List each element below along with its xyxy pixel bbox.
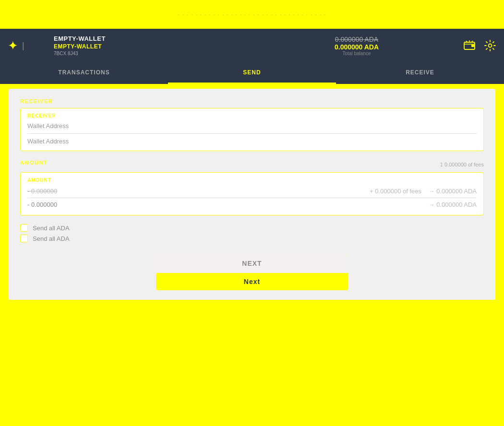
- logo-icon: ✦: [8, 38, 18, 53]
- wallet-name-secondary: EMPTY-WALLET: [54, 43, 251, 50]
- wallet-address-short: 7BCX 8J43: [54, 51, 251, 56]
- amount-section-label: AMOUNT: [20, 160, 48, 166]
- tab-transactions[interactable]: TRANSACTIONS: [0, 62, 168, 84]
- amount-row-1: - 0.000000 + 0.000000 of fees → 0.000000…: [27, 186, 477, 197]
- amount-header: AMOUNT 1 0.000000 of fees: [20, 160, 484, 169]
- wallet-balance-area: 0.000000 ADA 0.000000 ADA Total balance: [258, 36, 455, 56]
- logo-area: ✦ |: [8, 38, 46, 53]
- navbar: ✦ | EMPTY-WALLET EMPTY-WALLET 7BCX 8J43 …: [0, 29, 504, 62]
- next-button-bottom[interactable]: Next: [156, 273, 348, 290]
- top-banner: · · · · · · · · · · · · · · · · · · · · …: [0, 0, 504, 29]
- amount-right-2: → 0.000000 ADA: [429, 201, 477, 208]
- wallet-name-row: EMPTY-WALLET EMPTY-WALLET 7BCX 8J43: [54, 35, 251, 56]
- send-all-checkbox-1[interactable]: [20, 224, 28, 232]
- amount-right-1: + 0.000000 of fees → 0.000000 ADA: [370, 188, 477, 195]
- action-area: NEXT Next: [20, 254, 484, 290]
- top-banner-text: · · · · · · · · · · · · · · · · · · · · …: [178, 11, 326, 18]
- send-all-label-1[interactable]: Send all ADA: [33, 225, 70, 232]
- balance-secondary: 0.000000 ADA: [335, 43, 379, 51]
- next-button-top[interactable]: NEXT: [156, 254, 348, 273]
- wallet-info: EMPTY-WALLET EMPTY-WALLET 7BCX 8J43: [54, 35, 251, 56]
- amount-box: AMOUNT - 0.000000 + 0.000000 of fees → 0…: [20, 172, 484, 215]
- receiver-section-label: RECEIVER: [20, 98, 484, 104]
- navbar-icons: [463, 39, 496, 52]
- amount-fee-hint: 1 0.000000 of fees: [440, 162, 484, 167]
- action-button-container: NEXT Next: [156, 254, 348, 290]
- svg-point-6: [489, 44, 492, 47]
- amount-section: AMOUNT 1 0.000000 of fees AMOUNT - 0.000…: [20, 160, 484, 215]
- send-all-section: Send all ADA Send all ADA: [20, 224, 484, 242]
- bottom-bar: [9, 305, 495, 310]
- wallet-icon-button[interactable]: [463, 39, 476, 52]
- send-all-checkbox-2[interactable]: [20, 235, 28, 242]
- tab-bar: TRANSACTIONS SEND RECEIVE: [0, 62, 504, 84]
- amount-inner-label: AMOUNT: [27, 178, 477, 183]
- settings-icon-button[interactable]: [484, 39, 496, 52]
- send-all-label-2[interactable]: Send all ADA: [33, 235, 70, 242]
- send-all-row-1: Send all ADA: [20, 224, 484, 232]
- wallet-address-input-2[interactable]: [27, 137, 477, 146]
- svg-rect-1: [471, 45, 474, 47]
- logo-divider: |: [22, 41, 24, 51]
- balance-label: Total balance: [343, 51, 371, 56]
- amount-divider: [27, 198, 477, 198]
- tab-receive[interactable]: RECEIVE: [336, 62, 504, 84]
- tab-send[interactable]: SEND: [168, 62, 336, 84]
- wallet-name-primary: EMPTY-WALLET: [54, 35, 251, 42]
- amount-value-1: - 0.000000: [27, 188, 57, 195]
- amount-row-2: - 0.000000 → 0.000000 ADA: [27, 199, 477, 210]
- receiver-box: RECEIVER: [20, 108, 484, 151]
- send-form: RECEIVER RECEIVER AMOUNT 1 0.000000 of f…: [9, 89, 495, 300]
- send-all-row-2: Send all ADA: [20, 235, 484, 242]
- wallet-address-input[interactable]: [27, 121, 477, 130]
- receiver-inner-label: RECEIVER: [27, 113, 477, 118]
- amount-value-2: - 0.000000: [27, 201, 57, 208]
- balance-primary: 0.000000 ADA: [335, 36, 378, 43]
